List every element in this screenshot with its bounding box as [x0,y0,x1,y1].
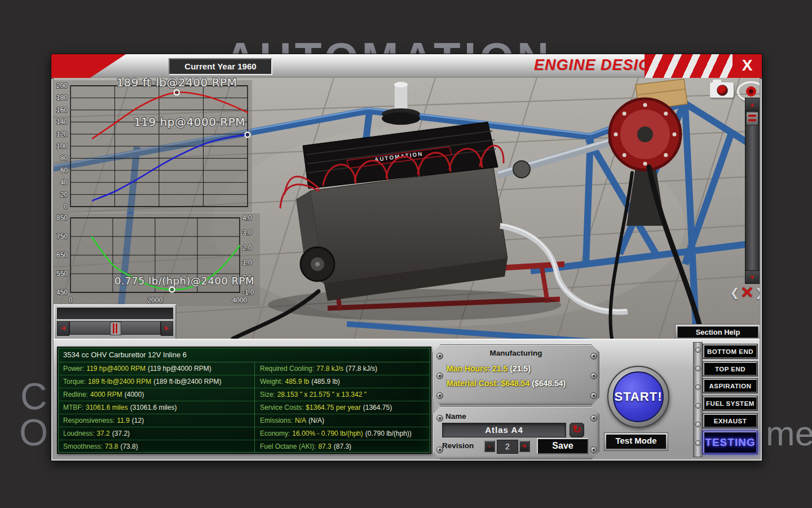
manufacturing-value: $648.54 [501,379,530,388]
screw-icon [436,373,443,379]
engine-3d-viewport[interactable]: AUTOMATION [54,78,760,340]
stat-value: 73.8 [105,443,118,450]
save-button[interactable]: Save [537,438,589,454]
stat-row: Service Costs:$1364.75 per year(1364.75) [255,401,430,414]
svg-text:100: 100 [56,142,68,150]
refresh-icon: ↻ [572,423,581,435]
stat-value: 4000 RPM [90,391,122,398]
h-scrollbar-handle[interactable] [110,322,121,335]
stat-value: $1364.75 per year [306,404,360,411]
svg-text:119 hp@4000 RPM: 119 hp@4000 RPM [134,115,245,129]
stat-paren: (31061.6 miles) [130,404,177,411]
screenshot-camera-button[interactable] [710,82,734,98]
stat-row: Torque:189 ft-lb@2400 RPM(189 ft-lb@2400… [58,375,254,388]
stat-value: 31061.6 miles [86,404,128,411]
svg-text:40: 40 [60,178,68,186]
stat-label: Power: [63,365,84,373]
scroll-left-button[interactable]: ◄ [57,321,69,336]
screw-icon [436,392,443,399]
stat-row: Smoothness:73.8(73.8) [58,440,254,453]
screw-icon [590,353,597,360]
stat-label: Redline: [63,391,88,398]
svg-text:4.0: 4.0 [242,214,252,222]
test-mode-button[interactable]: Test Mode [604,432,668,451]
revision-decrement-button[interactable]: - [484,440,495,452]
nav-top-end[interactable]: TOP END [703,362,757,376]
stat-row: Redline:4000 RPM(4000) [58,388,254,401]
stat-label: Smoothness: [63,443,103,450]
view-reset-gizmo[interactable]: ❮ ✕ ❯ [732,280,760,305]
manufacturing-paren: ($648.54) [532,379,566,388]
screw-icon [436,353,443,360]
current-year-badge: Current Year 1960 [169,58,272,75]
stat-label: Emissions: [260,417,293,424]
screw-icon [590,373,597,379]
stat-label: MTBF: [63,404,83,411]
svg-text:-1.0: -1.0 [242,288,254,296]
camera-zoom-slider[interactable]: ▲ ▼ [745,98,760,284]
nav-fuel-system[interactable]: FUEL SYSTEM [703,396,757,410]
power-torque-chart: 020406080100120140160180200189 ft-lb@240… [54,80,252,212]
svg-text:0: 0 [64,203,68,211]
start-test-button[interactable]: START! [607,366,669,428]
svg-text:650: 650 [56,251,68,259]
manufacturing-label: Man Hours: [447,364,490,373]
stat-paren: (87.3) [334,443,351,450]
stat-label: Responsiveness: [63,417,114,424]
stat-label: Required Cooling: [260,365,314,373]
stat-value: 485.9 lb [285,378,309,386]
slider-handle[interactable] [746,112,758,125]
stat-row: Power:119 hp@4000 RPM(119 hp@4000 RPM) [58,362,254,375]
slider-up-button[interactable]: ▲ [745,98,759,111]
stat-value: 189 ft-lb@2400 RPM [88,378,151,386]
manufacturing-row: Material Cost:$648.54($648.54) [447,379,566,388]
randomize-name-button[interactable]: ↻ [570,423,584,437]
screen: AUTOMATION C O me Current Year 1960 ENGI… [0,0,812,508]
nav-bottom-end[interactable]: BOTTOM END [703,344,757,358]
stat-paren: (4000) [125,391,144,398]
section-help-button[interactable]: Section Help [675,324,760,339]
scroll-right-button[interactable]: ► [161,321,173,336]
background-letter: me [766,413,812,453]
stat-row: Economy:16.00% - 0.790 lb/(hph)(0.790 lb… [255,427,430,440]
chevron-left-icon: ❮ [730,286,740,299]
engine-name-input[interactable]: Atlas A4 [442,423,566,437]
stat-row: Weight:485.9 lb(485.9 lb) [255,375,430,388]
svg-text:1.0: 1.0 [242,259,252,266]
svg-text:4000: 4000 [232,296,248,304]
bottom-control-panel: 3534 cc OHV Carburettor 12V Inline 6 Pow… [54,339,760,459]
screw-icon [590,446,597,453]
manufacturing-value: 21.5 [492,364,508,373]
h-scrollbar-track[interactable] [69,321,161,335]
revision-label: Revision [442,441,474,450]
close-button[interactable]: X [732,54,762,78]
nav-testing[interactable]: TESTING [703,431,757,454]
svg-text:850: 850 [56,214,68,222]
screw-icon [436,446,443,453]
stat-value: 119 hp@4000 RPM [86,365,145,373]
svg-text:3.0: 3.0 [242,229,252,237]
stats-column-right: Required Cooling:77.8 kJ/s(77.8 kJ/s)Wei… [255,362,430,453]
stat-row: Size:28.153 " x 21.575 " x 13.342 " [255,388,430,401]
stat-label: Service Costs: [260,404,303,411]
svg-text:160: 160 [56,106,68,114]
engine-summary: 3534 cc OHV Carburettor 12V Inline 6 [58,348,430,362]
stat-paren: (119 hp@4000 RPM) [148,365,211,373]
stripe-decoration [645,54,732,78]
nav-aspiration[interactable]: ASPIRATION [703,379,757,393]
stat-paren: (N/A) [308,417,324,424]
svg-text:80: 80 [60,154,68,162]
nav-exhaust[interactable]: EXHAUST [703,414,757,428]
eye-icon [746,86,756,97]
page-title: ENGINE DESIGN [534,56,663,74]
revision-increment-button[interactable]: + [519,440,530,452]
stat-row: Loudness:37.2(37.2) [58,427,254,440]
stat-paren: (0.790 lb/(hph)) [365,430,412,437]
manufacturing-label: Material Cost: [447,379,499,388]
red-corner-decoration [51,54,126,78]
stat-row: Fuel Octane (AKI):87.3(87.3) [255,440,430,453]
dyno-wheel [610,99,681,170]
chevron-right-icon: ❯ [755,286,760,299]
svg-text:189 ft-lb@2400 RPM: 189 ft-lb@2400 RPM [116,78,237,89]
engine-stats-panel: 3534 cc OHV Carburettor 12V Inline 6 Pow… [57,347,431,454]
